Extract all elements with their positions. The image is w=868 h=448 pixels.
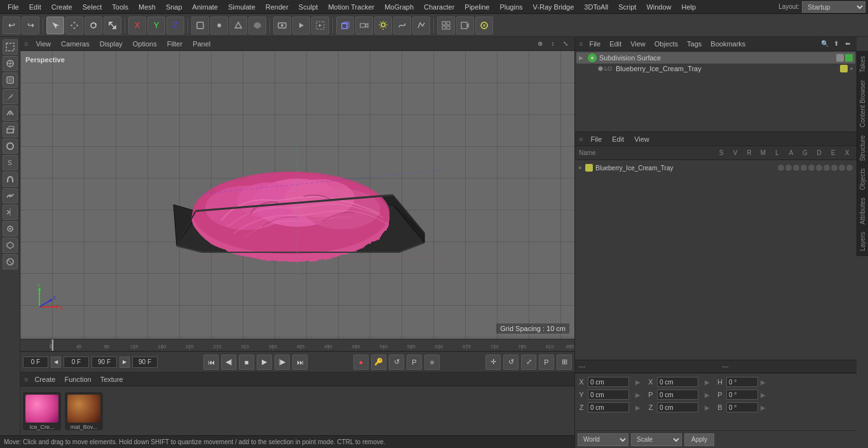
- mat-function-btn[interactable]: Function: [62, 375, 93, 384]
- step-back-button[interactable]: ◀|: [221, 355, 236, 370]
- obj-file-btn[interactable]: File: [587, 39, 603, 48]
- preview-btn[interactable]: P: [407, 355, 422, 370]
- step-forward-button[interactable]: |▶: [275, 355, 290, 370]
- play-button[interactable]: ▶: [257, 355, 272, 370]
- preview-end-input[interactable]: [92, 356, 117, 368]
- sidebar-btn-14[interactable]: [3, 254, 18, 269]
- attr-d[interactable]: [831, 165, 837, 171]
- scale-select[interactable]: Scale Size: [631, 433, 682, 446]
- coord-x-val2[interactable]: [657, 377, 698, 387]
- extra-tool-1[interactable]: [437, 17, 455, 34]
- vtab-content-browser[interactable]: Content Browser: [857, 76, 868, 131]
- attr-row-0[interactable]: Blueberry_Ice_Cream_Tray: [578, 161, 854, 174]
- stop-button[interactable]: ■: [239, 355, 254, 370]
- menu-help[interactable]: Help: [677, 2, 702, 12]
- obj-icon-3[interactable]: ⬅: [843, 39, 853, 49]
- display-menu-btn[interactable]: Display: [97, 39, 125, 48]
- viewport-icon-1[interactable]: ⊕: [535, 39, 545, 49]
- timeline-ruler[interactable]: 0 45 90 135 180 225 270 3: [20, 339, 574, 351]
- extra-tool-3[interactable]: [475, 17, 493, 34]
- vtab-takes[interactable]: Takes: [857, 52, 868, 76]
- menu-3dtoall[interactable]: 3DToAll: [579, 2, 613, 12]
- menu-character[interactable]: Character: [419, 2, 459, 12]
- sidebar-btn-4[interactable]: [3, 89, 18, 104]
- move-tool-button[interactable]: [65, 17, 83, 34]
- obj-icon-2[interactable]: ⬆: [831, 39, 841, 49]
- coord-h-val[interactable]: [726, 377, 758, 387]
- object-mode-button[interactable]: [191, 17, 209, 34]
- attr-file-btn[interactable]: File: [588, 135, 604, 144]
- coord-y-pos[interactable]: [588, 390, 629, 400]
- vtab-structure[interactable]: Structure: [857, 132, 868, 165]
- undo-button[interactable]: ↩: [3, 17, 20, 34]
- deformer-button[interactable]: [412, 17, 430, 34]
- go-start-button[interactable]: ⏮: [203, 355, 219, 370]
- loop-btn[interactable]: ↺: [389, 355, 404, 370]
- obj-tags-btn[interactable]: Tags: [684, 39, 704, 48]
- sidebar-btn-12[interactable]: [3, 221, 18, 236]
- coord-b-val[interactable]: [726, 402, 758, 412]
- viewport-icon-2[interactable]: ↕: [548, 39, 558, 49]
- scale-tool-button[interactable]: [104, 17, 121, 34]
- tree-expand-1[interactable]: ▶: [579, 55, 585, 61]
- viewport-3d[interactable]: Perspective: [20, 51, 574, 339]
- world-select[interactable]: World Local Object: [578, 433, 628, 446]
- render-region-button[interactable]: [311, 17, 329, 34]
- layout-select[interactable]: Startup: [802, 1, 865, 13]
- rot-transport-btn[interactable]: ↺: [503, 355, 519, 370]
- vtab-objects[interactable]: Objects: [857, 165, 868, 194]
- go-end-button[interactable]: ⏭: [292, 355, 308, 370]
- coord-z-pos[interactable]: [588, 402, 629, 412]
- menu-mesh[interactable]: Mesh: [133, 2, 161, 12]
- coord-y-val2[interactable]: [657, 390, 698, 400]
- menu-file[interactable]: File: [3, 2, 24, 12]
- spline-button[interactable]: [393, 17, 411, 34]
- menu-motion-tracker[interactable]: Motion Tracker: [323, 2, 379, 12]
- menu-create[interactable]: Create: [46, 2, 78, 12]
- vtab-attributes[interactable]: Attributes: [857, 194, 868, 228]
- attr-e[interactable]: [839, 165, 845, 171]
- view-menu-btn[interactable]: View: [33, 39, 53, 48]
- start-frame-down[interactable]: ◀: [51, 356, 61, 368]
- redo-button[interactable]: ↪: [22, 17, 39, 34]
- material-item-0[interactable]: Ice_Cre...: [23, 392, 61, 430]
- attr-m[interactable]: [801, 165, 807, 171]
- coord-x-pos[interactable]: [588, 377, 629, 387]
- sidebar-btn-6[interactable]: [3, 122, 18, 137]
- menu-snap[interactable]: Snap: [161, 2, 187, 12]
- sidebar-btn-9[interactable]: [3, 172, 18, 187]
- coord-z-val2[interactable]: [657, 402, 698, 412]
- end-frame-input[interactable]: [132, 356, 158, 368]
- tree-flag-mat[interactable]: [840, 65, 848, 72]
- obj-icon-1[interactable]: 🔍: [820, 39, 830, 49]
- menu-sculpt[interactable]: Sculpt: [294, 2, 323, 12]
- attr-r[interactable]: [793, 165, 799, 171]
- tree-item-subdivision[interactable]: ▶ ● Subdivision Surface: [576, 52, 855, 64]
- sidebar-btn-2[interactable]: [3, 56, 18, 71]
- polygon-mode-button[interactable]: [248, 17, 266, 34]
- point-mode-button[interactable]: [210, 17, 228, 34]
- coord-p-val[interactable]: [726, 390, 758, 400]
- menu-vray[interactable]: V-Ray Bridge: [528, 2, 580, 12]
- mat-create-btn[interactable]: Create: [32, 375, 58, 384]
- cameras-menu-btn[interactable]: Cameras: [58, 39, 92, 48]
- menu-animate[interactable]: Animate: [187, 2, 223, 12]
- z-axis-button[interactable]: Z: [166, 17, 184, 34]
- attr-x[interactable]: [846, 165, 853, 171]
- vtab-layers[interactable]: Layers: [857, 228, 868, 255]
- x-axis-button[interactable]: X: [128, 17, 146, 34]
- attr-v[interactable]: [785, 165, 792, 171]
- menu-select[interactable]: Select: [78, 2, 107, 12]
- tree-flag-render[interactable]: [845, 54, 853, 62]
- preview-end-up[interactable]: ▶: [119, 356, 130, 368]
- sidebar-btn-5[interactable]: [3, 105, 18, 121]
- menu-plugins[interactable]: Plugins: [494, 2, 527, 12]
- move-transport-btn[interactable]: ✛: [485, 355, 501, 370]
- light-button[interactable]: [374, 17, 392, 34]
- sidebar-btn-11[interactable]: [3, 205, 18, 220]
- filter-menu-btn[interactable]: Filter: [165, 39, 185, 48]
- menu-script[interactable]: Script: [613, 2, 641, 12]
- menu-window[interactable]: Window: [641, 2, 676, 12]
- sidebar-btn-1[interactable]: [3, 39, 18, 55]
- obj-edit-btn[interactable]: Edit: [607, 39, 624, 48]
